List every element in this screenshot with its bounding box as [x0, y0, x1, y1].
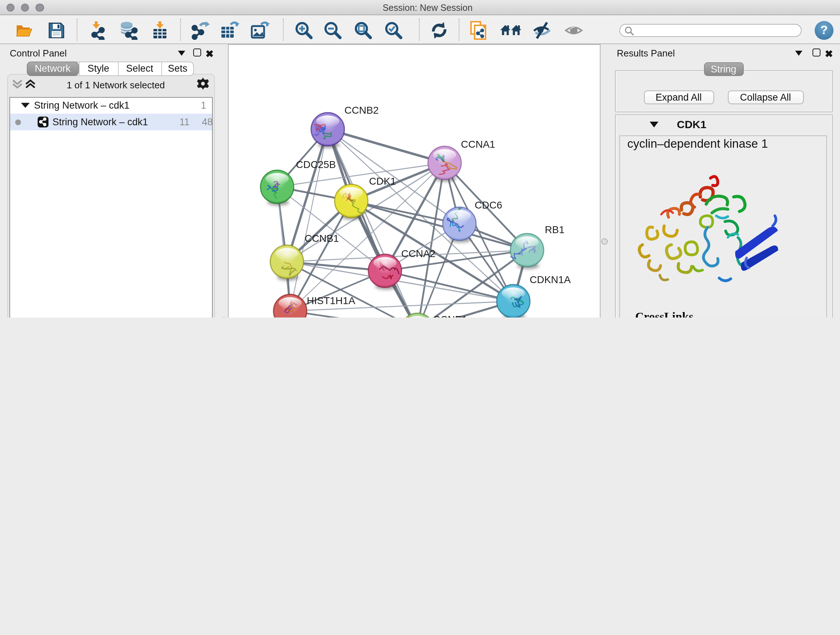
svg-text:CDC25B: CDC25B — [295, 159, 335, 170]
svg-text:HIST1H1A: HIST1H1A — [306, 295, 355, 306]
svg-text:RB1: RB1 — [545, 224, 564, 235]
svg-text:CCNE1: CCNE1 — [433, 314, 467, 318]
svg-text:CDC6: CDC6 — [474, 200, 502, 211]
svg-text:CCNB1: CCNB1 — [304, 233, 339, 244]
svg-text:CCNA1: CCNA1 — [461, 139, 495, 150]
svg-text:CDKN1A: CDKN1A — [529, 274, 570, 285]
svg-text:CCNA2: CCNA2 — [401, 248, 435, 259]
svg-text:CCNB2: CCNB2 — [344, 105, 378, 116]
svg-text:CDK1: CDK1 — [369, 176, 396, 187]
